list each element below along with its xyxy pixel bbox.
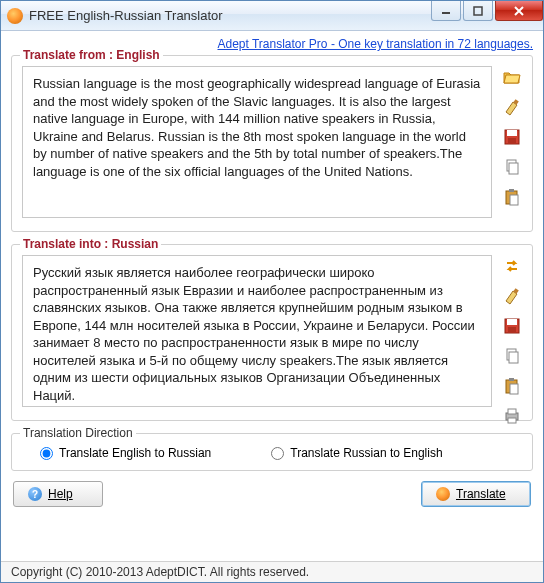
svg-rect-22 [508, 418, 516, 423]
direction-group: Translation Direction Translate English … [11, 433, 533, 471]
clear-target-icon[interactable] [501, 285, 523, 307]
svg-rect-21 [508, 409, 516, 414]
status-bar: Copyright (C) 2010-2013 AdeptDICT. All r… [1, 561, 543, 582]
svg-rect-14 [508, 327, 516, 333]
svg-rect-19 [510, 384, 518, 394]
content-area: Adept Translator Pro - One key translati… [1, 31, 543, 561]
save-target-icon[interactable] [501, 315, 523, 337]
source-textarea[interactable] [22, 66, 492, 218]
swap-icon[interactable] [501, 255, 523, 277]
svg-rect-18 [509, 378, 514, 381]
paste-icon[interactable] [501, 186, 523, 208]
maximize-button[interactable] [463, 1, 493, 21]
svg-rect-16 [509, 352, 518, 363]
radio-en-ru-input[interactable] [40, 447, 53, 460]
save-icon[interactable] [501, 126, 523, 148]
titlebar[interactable]: FREE English-Russian Translator [1, 1, 543, 31]
radio-ru-en-input[interactable] [271, 447, 284, 460]
help-button-label: Help [48, 487, 73, 501]
radio-en-ru-label: Translate English to Russian [59, 446, 211, 460]
target-group: Translate into : Russian [11, 244, 533, 421]
svg-rect-10 [510, 195, 518, 205]
target-label: Translate into : Russian [20, 237, 161, 251]
promo-link[interactable]: Adept Translator Pro - One key translati… [217, 37, 533, 51]
paste-target-icon[interactable] [501, 375, 523, 397]
clear-icon[interactable] [501, 96, 523, 118]
help-icon: ? [28, 487, 42, 501]
source-toolbar [498, 66, 526, 208]
print-icon[interactable] [501, 405, 523, 427]
direction-label: Translation Direction [20, 426, 136, 440]
help-button[interactable]: ? Help [13, 481, 103, 507]
app-icon [7, 8, 23, 24]
radio-ru-en[interactable]: Translate Russian to English [271, 446, 442, 460]
translate-button-label: Translate [456, 487, 506, 501]
svg-rect-4 [507, 130, 517, 136]
source-group: Translate from : English [11, 55, 533, 232]
window-title: FREE English-Russian Translator [29, 8, 431, 23]
flame-icon [436, 487, 450, 501]
close-button[interactable] [495, 1, 543, 21]
svg-rect-0 [442, 12, 450, 14]
source-label: Translate from : English [20, 48, 163, 62]
open-file-icon[interactable] [501, 66, 523, 88]
svg-rect-1 [474, 7, 482, 15]
target-textarea[interactable] [22, 255, 492, 407]
svg-rect-5 [508, 138, 516, 144]
svg-rect-13 [507, 319, 517, 325]
window-controls [431, 1, 543, 30]
button-row: ? Help Translate [11, 481, 533, 513]
radio-ru-en-label: Translate Russian to English [290, 446, 442, 460]
target-toolbar [498, 255, 526, 427]
app-window: FREE English-Russian Translator Adept Tr… [0, 0, 544, 583]
radio-en-ru[interactable]: Translate English to Russian [40, 446, 211, 460]
minimize-button[interactable] [431, 1, 461, 21]
translate-button[interactable]: Translate [421, 481, 531, 507]
svg-rect-7 [509, 163, 518, 174]
copy-icon[interactable] [501, 156, 523, 178]
svg-rect-9 [509, 189, 514, 192]
copy-target-icon[interactable] [501, 345, 523, 367]
